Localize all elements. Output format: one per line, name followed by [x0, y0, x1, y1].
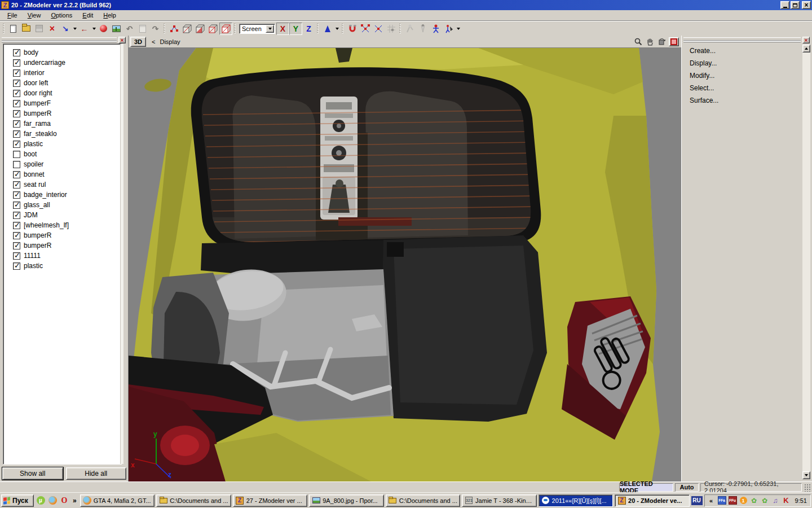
object-checkbox[interactable] [13, 202, 20, 209]
object-row-badge-interior[interactable]: badge_interior [3, 190, 121, 200]
object-checkbox[interactable] [13, 212, 20, 219]
object-checkbox[interactable] [13, 252, 20, 260]
weld-vertices-button[interactable] [359, 23, 372, 35]
object-row-bonnet[interactable]: bonnet [3, 169, 121, 179]
object-checkbox[interactable] [13, 100, 20, 107]
tray-collapse-chevron[interactable]: « [707, 496, 716, 505]
menu-view[interactable]: View [23, 11, 46, 20]
texture-browser-button[interactable] [110, 23, 123, 35]
export-options-button[interactable] [91, 23, 97, 35]
break-vertices-button[interactable] [372, 23, 385, 35]
hide-all-button[interactable]: Hide all [66, 467, 127, 480]
task-documents-1[interactable]: C:\Documents and ... [156, 494, 231, 507]
object-checkbox[interactable] [13, 161, 20, 168]
qip-tray-icon[interactable]: 1 [740, 497, 747, 504]
ffa-tray-icon[interactable]: FFa [718, 496, 726, 505]
combo-dropdown-button[interactable] [266, 25, 274, 33]
task-gta4-mafia[interactable]: GTA 4, Mafia 2, GT... [80, 494, 155, 507]
task-zmodeler-27[interactable]: Z 27 - ZModeler ver ... [233, 494, 307, 507]
close-button[interactable]: × [802, 1, 811, 9]
edges-mode-button[interactable] [180, 23, 193, 35]
media-tray-icon[interactable]: ♫ [771, 496, 780, 505]
object-row-boot[interactable]: boot [3, 149, 121, 159]
kaspersky-tray-icon[interactable]: K [782, 496, 791, 505]
magnet-button[interactable] [346, 23, 359, 35]
pan-tool-button[interactable] [645, 37, 655, 46]
commands-scrollbar[interactable] [802, 45, 810, 479]
menu-edit[interactable]: Edit [77, 11, 98, 20]
orbit-tool-button[interactable] [657, 37, 667, 46]
object-row-bumperR[interactable]: bumperR [3, 108, 121, 119]
icq-flower-icon[interactable]: ✿ [750, 496, 758, 505]
skin-options-button[interactable] [455, 23, 461, 35]
resize-grip[interactable] [804, 483, 811, 492]
scroll-up-button[interactable] [802, 45, 810, 52]
object-checkbox[interactable] [13, 59, 20, 67]
object-row-11111[interactable]: 11111 [3, 251, 121, 261]
object-checkbox[interactable] [13, 242, 20, 249]
object-row-bumperR-2[interactable]: bumperR [3, 230, 121, 240]
biped-button[interactable] [429, 23, 442, 35]
object-checkbox[interactable] [13, 80, 20, 87]
breadcrumb-back-arrow[interactable]: < [152, 38, 155, 45]
command-surface[interactable]: Surface... [682, 94, 802, 107]
axis-x-button[interactable]: X [276, 23, 289, 35]
menu-help[interactable]: Help [98, 11, 121, 20]
axis-z-button[interactable]: Z [302, 23, 315, 35]
status-auto-toggle[interactable]: Auto [675, 483, 699, 492]
object-row-seat-rul[interactable]: seat rul [3, 179, 121, 190]
show-all-button[interactable]: Show all [2, 467, 63, 480]
object-row-plastic[interactable]: plastic [3, 139, 121, 149]
command-select[interactable]: Select... [682, 82, 802, 94]
axis-gizmo-button[interactable] [321, 23, 334, 35]
object-row-undercarriage[interactable]: undercarriage [3, 58, 121, 68]
toolbar-grip[interactable] [399, 24, 401, 34]
axis-y-button[interactable]: Y [289, 23, 302, 35]
commands-panel-close-button[interactable]: × [802, 37, 810, 43]
vertices-mode-button[interactable] [167, 23, 180, 35]
object-checkbox[interactable] [13, 130, 20, 138]
gizmo-options-button[interactable] [334, 23, 340, 35]
object-row-far-steaklo[interactable]: far_steaklo [3, 129, 121, 139]
maximize-viewport-button[interactable] [669, 37, 679, 46]
ffu-tray-icon[interactable]: FFu [729, 496, 737, 505]
viewport-mode-button[interactable]: 3D [130, 37, 146, 47]
viewport-canvas[interactable]: x y z [129, 48, 681, 481]
object-checkbox[interactable] [13, 151, 20, 158]
object-row-body[interactable]: body [3, 47, 121, 58]
object-checkbox[interactable] [13, 141, 20, 148]
material-editor-button[interactable] [97, 23, 110, 35]
object-checkbox[interactable] [13, 262, 20, 270]
object-checkbox[interactable] [13, 49, 20, 56]
toolbar-grip[interactable] [3, 24, 5, 34]
object-row-bumperF[interactable]: bumperF [3, 98, 121, 108]
toolbar-grip[interactable] [317, 24, 319, 34]
minimize-button[interactable] [780, 1, 789, 9]
menu-file[interactable]: File [2, 11, 23, 20]
icq-flower-icon-2[interactable]: ✿ [761, 496, 769, 505]
object-row-door-right[interactable]: door right [3, 88, 121, 98]
faces-mode-button[interactable] [193, 23, 206, 35]
task-documents-2[interactable]: C:\Documents and ... [386, 494, 460, 507]
panel-grip[interactable] [2, 37, 117, 41]
scroll-down-button[interactable] [802, 471, 810, 479]
object-checkbox[interactable] [13, 69, 20, 77]
object-checkbox[interactable] [13, 222, 20, 229]
toolbar-grip[interactable] [342, 24, 344, 34]
new-file-button[interactable] [7, 23, 20, 35]
objects-mode-button[interactable] [219, 23, 232, 35]
quicklaunch-overflow-chevron[interactable]: » [71, 497, 78, 505]
object-row-far-rama[interactable]: far_rama [3, 119, 121, 129]
start-button[interactable]: Пуск [1, 494, 34, 507]
taskbar-clock[interactable]: 9:51 [793, 497, 807, 504]
object-row-bumperR-3[interactable]: bumperR [3, 240, 121, 251]
export-button[interactable]: ← [78, 23, 91, 35]
object-checkbox[interactable] [13, 181, 20, 189]
toolbar-grip[interactable] [234, 24, 236, 34]
object-list-scrollbar[interactable] [120, 44, 123, 464]
object-row-jdm[interactable]: JDM [3, 210, 121, 220]
object-checkbox[interactable] [13, 120, 20, 128]
object-row-wheelmesh[interactable]: [wheelmesh_lf] [3, 220, 121, 230]
vertex-skin-button[interactable] [442, 23, 455, 35]
task-chat-flashing[interactable]: 2011««[R][Û][ş][Í][... [539, 494, 613, 507]
